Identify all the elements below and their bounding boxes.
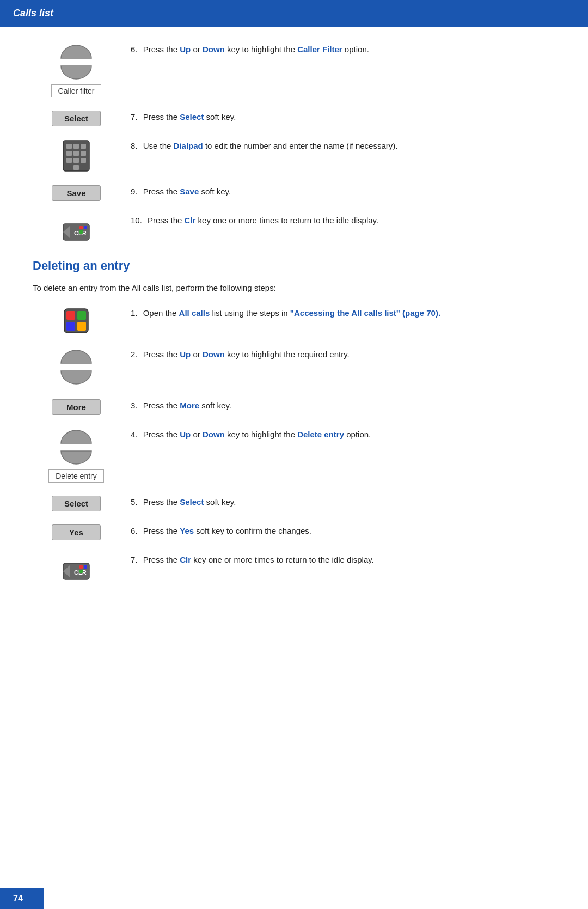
del-step-4-icon-col: Delete entry — [33, 427, 120, 483]
select-link-2: Select — [180, 497, 204, 507]
clr-key-icon-2 — [62, 553, 90, 582]
del-step-7: 7. Press the Clr key one or more times t… — [33, 552, 555, 582]
del-step-6-num: 6. — [131, 526, 138, 535]
up-link-2: Up — [180, 350, 191, 359]
app-icon — [62, 307, 90, 335]
more-link: More — [180, 401, 199, 410]
del-step-1-icon-col — [33, 306, 120, 335]
all-calls-link: All calls — [179, 308, 210, 318]
del-step-4-num: 4. — [131, 430, 138, 439]
section2: Deleting an entry To delete an entry fro… — [33, 259, 555, 582]
step-8-text: 8. Use the Dialpad to edit the number an… — [120, 138, 555, 152]
header-bar: Calls list — [0, 0, 588, 27]
more-softkey-icon: More — [52, 399, 101, 415]
up-link-3: Up — [180, 430, 191, 439]
step-8-num: 8. — [131, 141, 138, 150]
step-8: 8. Use the Dialpad to edit the number an… — [33, 138, 555, 172]
step-6-text: 6. Press the Up or Down key to highlight… — [120, 42, 555, 56]
step-10-text: 10. Press the Clr key one or more times … — [120, 213, 555, 227]
down-link-3: Down — [203, 430, 225, 439]
del-step-1-num: 1. — [131, 308, 138, 318]
step-9-icon-col: Save — [33, 184, 120, 201]
clr-link-2: Clr — [180, 555, 191, 564]
del-step-3-text: 3. Press the More soft key. — [120, 398, 555, 412]
nav-keys-icon — [58, 43, 95, 81]
clr-link: Clr — [185, 216, 196, 225]
step-7-text: 7. Press the Select soft key. — [120, 109, 555, 124]
step-7-num: 7. — [131, 112, 138, 121]
step-9-num: 9. — [131, 187, 138, 196]
page-title: Calls list — [13, 8, 575, 19]
step-6: Caller filter 6. Press the Up or Down ke… — [33, 42, 555, 97]
select-softkey-icon: Select — [52, 111, 101, 126]
del-step-4-text: 4. Press the Up or Down key to highlight… — [120, 427, 555, 441]
step-10-num: 10. — [131, 216, 142, 225]
del-step-2-icon-col — [33, 347, 120, 386]
footer-page-number: 74 — [0, 888, 44, 909]
nav-keys-icon-2 — [58, 348, 95, 386]
down-link: Down — [203, 45, 225, 54]
clr-key-icon — [62, 214, 90, 242]
step-10-icon-col — [33, 213, 120, 242]
del-step-2-num: 2. — [131, 350, 138, 359]
dialpad-icon — [62, 139, 90, 172]
section1-steps: Caller filter 6. Press the Up or Down ke… — [33, 42, 555, 242]
del-step-6: Yes 6. Press the Yes soft key to confirm… — [33, 523, 555, 540]
del-step-7-icon-col — [33, 552, 120, 582]
step-8-icon-col — [33, 138, 120, 172]
yes-softkey-icon: Yes — [52, 524, 101, 540]
yes-link: Yes — [180, 526, 194, 535]
step-10: 10. Press the Clr key one or more times … — [33, 213, 555, 242]
step-7-icon-col: Select — [33, 109, 120, 126]
del-step-7-num: 7. — [131, 555, 138, 564]
caller-filter-link: Caller Filter — [297, 45, 342, 54]
section2-heading: Deleting an entry — [33, 259, 555, 273]
step-7: Select 7. Press the Select soft key. — [33, 109, 555, 126]
del-step-6-icon-col: Yes — [33, 523, 120, 540]
save-softkey-icon: Save — [52, 185, 101, 201]
caller-filter-label: Caller filter — [51, 84, 102, 97]
del-step-5: Select 5. Press the Select soft key. — [33, 495, 555, 511]
step-9-text: 9. Press the Save soft key. — [120, 184, 555, 198]
del-step-5-icon-col: Select — [33, 495, 120, 511]
del-step-2-text: 2. Press the Up or Down key to highlight… — [120, 347, 555, 361]
delete-entry-link: Delete entry — [297, 430, 344, 439]
down-link-2: Down — [203, 350, 225, 359]
del-step-5-text: 5. Press the Select soft key. — [120, 495, 555, 509]
delete-entry-label: Delete entry — [48, 469, 103, 483]
select-link: Select — [180, 112, 204, 121]
del-step-4: Delete entry 4. Press the Up or Down key… — [33, 427, 555, 483]
save-link: Save — [180, 187, 199, 196]
step-9: Save 9. Press the Save soft key. — [33, 184, 555, 201]
page-content: Caller filter 6. Press the Up or Down ke… — [0, 42, 588, 637]
section2-intro: To delete an entry from the All calls li… — [33, 282, 555, 295]
del-step-1-text: 1. Open the All calls list using the ste… — [120, 306, 555, 320]
del-step-3-num: 3. — [131, 401, 138, 410]
up-link: Up — [180, 45, 191, 54]
del-step-1: 1. Open the All calls list using the ste… — [33, 306, 555, 335]
del-step-3: More 3. Press the More soft key. — [33, 398, 555, 415]
nav-keys-icon-3 — [58, 428, 95, 466]
select-softkey-icon-2: Select — [52, 496, 101, 511]
del-step-5-num: 5. — [131, 497, 138, 507]
dialpad-link: Dialpad — [174, 141, 203, 150]
del-step-3-icon-col: More — [33, 398, 120, 415]
del-step-7-text: 7. Press the Clr key one or more times t… — [120, 552, 555, 566]
del-step-2: 2. Press the Up or Down key to highlight… — [33, 347, 555, 386]
accessing-link: "Accessing the All calls list" (page 70)… — [290, 308, 440, 318]
del-step-6-text: 6. Press the Yes soft key to confirm the… — [120, 523, 555, 538]
step-6-num: 6. — [131, 45, 138, 54]
step-6-icon-col: Caller filter — [33, 42, 120, 97]
